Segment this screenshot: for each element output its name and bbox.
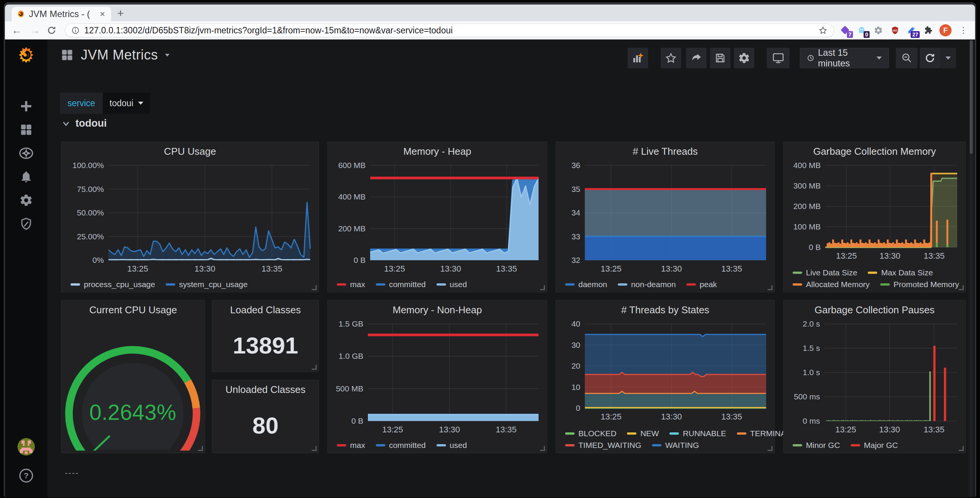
legend-gc-memory[interactable]: Live Data SizeMax Data SizeAllocated Mem… — [793, 266, 962, 289]
panel-title[interactable]: Loaded Classes — [212, 304, 318, 316]
svg-text:400 MB: 400 MB — [794, 161, 821, 170]
legend-item[interactable]: max — [337, 280, 365, 289]
legend-item[interactable]: RUNNABLE — [670, 429, 726, 438]
zoom-out-time-button[interactable] — [896, 48, 918, 68]
legend-label: used — [450, 280, 467, 289]
legend-item[interactable]: used — [436, 280, 467, 289]
legend-item[interactable]: daemon — [565, 280, 607, 289]
legend-item[interactable]: TIMED_WAITING — [565, 441, 641, 450]
extension-1-icon[interactable]: 7 — [839, 25, 851, 36]
legend-live-threads[interactable]: daemonnon-deamonpeak — [565, 277, 771, 289]
legend-item[interactable]: Promoted Memory — [880, 280, 959, 289]
panel-title[interactable]: Garbage Collection Memory — [784, 146, 966, 158]
row-header-todoui[interactable]: todoui — [62, 118, 107, 129]
legend-item[interactable]: BLOCKED — [565, 429, 616, 438]
legend-item[interactable]: non-deamon — [618, 280, 676, 289]
panel-title[interactable]: Memory - Non-Heap — [328, 304, 547, 316]
legend-item[interactable]: committed — [376, 280, 426, 289]
svg-text:32: 32 — [571, 256, 580, 264]
refresh-interval-dropdown[interactable] — [940, 48, 956, 68]
scrollbar-thumb[interactable] — [970, 40, 973, 154]
gear-extension-icon[interactable] — [873, 25, 884, 36]
extensions-puzzle-icon[interactable] — [923, 25, 934, 36]
panel-title[interactable]: Current CPU Usage — [61, 304, 205, 316]
legend-cpu-usage[interactable]: process_cpu_usagesystem_cpu_usage — [70, 277, 315, 289]
dashboard-settings-button[interactable] — [734, 48, 754, 68]
legend-swatch — [376, 444, 385, 446]
svg-text:0 B: 0 B — [351, 417, 363, 425]
dashboard-title[interactable]: JVM Metrics — [81, 47, 158, 63]
sidebar-server-admin-icon[interactable] — [5, 213, 48, 234]
legend-item[interactable]: system_cpu_usage — [166, 280, 248, 289]
page-info-icon[interactable] — [71, 26, 80, 35]
ghost-extension-icon[interactable]: 0 — [856, 25, 867, 36]
sidebar-alerting-icon[interactable] — [5, 166, 48, 187]
bookmark-star-icon[interactable] — [818, 26, 827, 35]
legend-item[interactable]: Max Data Size — [868, 268, 933, 277]
chevron-down-icon — [62, 119, 70, 128]
browser-menu-icon[interactable]: ⋮ — [957, 25, 970, 35]
svg-text:600 MB: 600 MB — [338, 161, 366, 170]
legend-gc-pauses[interactable]: Minor GCMajor GC — [793, 438, 962, 450]
legend-memory-heap[interactable]: maxcommittedused — [337, 277, 543, 289]
legend-threads-by-states[interactable]: BLOCKEDNEWRUNNABLETERMINATEDTIMED_WAITIN… — [565, 426, 771, 450]
panel-title[interactable]: CPU Usage — [61, 146, 318, 158]
help-icon[interactable]: ? — [5, 465, 48, 486]
grafana-sidebar: ? — [5, 40, 48, 497]
sidebar-explore-icon[interactable] — [5, 143, 48, 164]
extension-5-icon[interactable]: 27 — [906, 25, 918, 36]
forward-icon[interactable]: → — [29, 25, 41, 37]
time-range-picker[interactable]: Last 15 minutes — [800, 48, 889, 68]
panel-title[interactable]: # Live Threads — [556, 146, 775, 158]
back-icon[interactable]: ← — [10, 25, 23, 37]
new-tab-button[interactable]: + — [117, 7, 124, 20]
legend-item[interactable]: Minor GC — [793, 441, 840, 450]
variable-value-text: todoui — [110, 98, 134, 108]
ublock-extension-icon[interactable]: UO — [889, 25, 901, 36]
svg-text:13:25: 13:25 — [384, 264, 405, 274]
panel-title[interactable]: Garbage Collection Pauses — [784, 304, 966, 316]
add-panel-button[interactable] — [628, 48, 648, 68]
scrollbar[interactable] — [969, 40, 974, 497]
row-title: todoui — [75, 118, 107, 129]
sidebar-create-icon[interactable] — [5, 95, 48, 117]
svg-text:13:25: 13:25 — [601, 412, 622, 422]
browser-tab[interactable]: JVM Metrics - ( × — [12, 7, 111, 21]
legend-item[interactable]: used — [436, 441, 467, 450]
url-text[interactable]: 127.0.0.1:3002/d/D65bST8iz/jvm-metrics?o… — [84, 25, 814, 36]
url-bar[interactable]: 127.0.0.1:3002/d/D65bST8iz/jvm-metrics?o… — [65, 24, 834, 37]
time-range-caret-icon — [877, 57, 882, 60]
browser-profile-avatar[interactable]: F — [939, 24, 951, 37]
sidebar-dashboards-icon[interactable] — [5, 119, 48, 140]
user-avatar[interactable] — [5, 436, 48, 457]
star-dashboard-button[interactable] — [661, 48, 681, 68]
legend-memory-nonheap[interactable]: maxcommittedused — [337, 438, 543, 450]
svg-text:13:30: 13:30 — [194, 264, 215, 274]
svg-text:13:30: 13:30 — [879, 425, 900, 434]
cycle-view-mode-button[interactable] — [767, 48, 790, 68]
legend-item[interactable]: Live Data Size — [793, 268, 857, 277]
grafana-logo-icon[interactable] — [5, 43, 48, 67]
panel-title[interactable]: # Threads by States — [556, 304, 775, 316]
sidebar-configuration-icon[interactable] — [5, 189, 48, 211]
share-dashboard-button[interactable] — [686, 48, 706, 68]
panel-title[interactable]: Unloaded Classes — [212, 384, 318, 396]
legend-item[interactable]: Allocated Memory — [793, 280, 870, 289]
refresh-dashboard-button[interactable] — [920, 48, 940, 68]
legend-item[interactable]: WAITING — [652, 441, 699, 450]
panel-title[interactable]: Memory - Heap — [328, 146, 547, 158]
legend-swatch — [166, 283, 175, 286]
legend-item[interactable]: peak — [686, 280, 717, 289]
legend-item[interactable]: NEW — [627, 429, 659, 438]
dashboard-title-caret-icon[interactable] — [165, 54, 170, 57]
legend-item[interactable]: process_cpu_usage — [70, 280, 155, 289]
save-dashboard-button[interactable] — [710, 48, 730, 68]
legend-item[interactable]: Major GC — [851, 441, 898, 450]
tab-close-icon[interactable]: × — [98, 9, 107, 19]
dashboard-header: JVM Metrics — [60, 47, 170, 63]
reload-icon[interactable] — [47, 25, 60, 35]
legend-item[interactable]: committed — [376, 441, 426, 450]
legend-item[interactable]: max — [337, 441, 365, 450]
variable-value-dropdown[interactable]: todoui — [103, 92, 150, 114]
svg-text:300 MB: 300 MB — [794, 181, 821, 190]
